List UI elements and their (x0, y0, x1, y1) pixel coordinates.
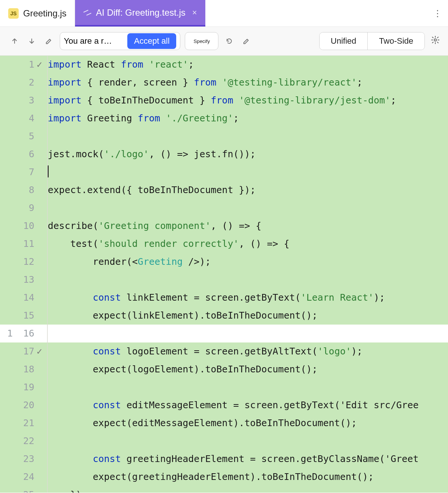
code-line[interactable]: 7 (0, 163, 448, 181)
prev-diff-icon[interactable] (8, 35, 21, 47)
view-mode-segment: Unified Two-Side (319, 32, 425, 50)
code-content (48, 325, 448, 342)
line-tick-icon (37, 163, 47, 181)
code-line[interactable]: 22 (0, 432, 448, 450)
gutter-separator (47, 127, 48, 145)
gutter-new: 25 (16, 486, 37, 493)
edit2-icon[interactable] (240, 35, 253, 47)
line-tick-icon (37, 414, 47, 432)
gutter-separator (47, 271, 48, 289)
close-icon[interactable]: × (192, 9, 197, 17)
gutter-old (0, 271, 16, 289)
unified-button[interactable]: Unified (320, 32, 367, 50)
refresh-icon[interactable] (223, 35, 236, 47)
gutter-separator (47, 342, 48, 360)
code-line[interactable]: 12 render(<Greeting />); (0, 253, 448, 271)
gutter-old (0, 360, 16, 378)
code-line[interactable]: 13 (0, 271, 448, 289)
gutter-old (0, 450, 16, 468)
code-line[interactable]: 23 const greetingHeaderElement = screen.… (0, 450, 448, 468)
code-content: expect(logoElement).toBeInTheDocument(); (48, 360, 448, 378)
code-content: import Greeting from './Greeting'; (48, 109, 448, 127)
line-tick-icon (37, 432, 47, 450)
gutter-separator (47, 307, 48, 325)
code-content: describe('Greeting component', () => { (48, 217, 448, 235)
diff-toolbar: Accept all Specify Unified Two-Side (0, 27, 448, 56)
gutter-old (0, 235, 16, 253)
code-content: render(<Greeting />); (48, 253, 448, 271)
gutter-old (0, 145, 16, 163)
gutter-old (0, 342, 16, 360)
code-line[interactable]: 116 (0, 325, 448, 342)
gutter-new: 23 (16, 450, 37, 468)
gutter-new: 9 (16, 199, 37, 217)
gutter-old (0, 217, 16, 235)
gear-icon[interactable] (431, 35, 440, 47)
code-content (48, 378, 448, 396)
gutter-new: 10 (16, 217, 37, 235)
gutter-separator (47, 145, 48, 163)
gutter-old (0, 468, 16, 486)
code-content: import { toBeInTheDocument } from '@test… (48, 92, 448, 109)
gutter-separator (47, 253, 48, 271)
code-line[interactable]: 10describe('Greeting component', () => { (0, 217, 448, 235)
code-content (48, 163, 448, 181)
gutter-separator (47, 396, 48, 414)
line-tick-icon (37, 289, 47, 307)
gutter-old (0, 56, 16, 74)
code-line[interactable]: 8expect.extend({ toBeInTheDocument }); (0, 181, 448, 199)
prompt-input[interactable] (64, 36, 124, 46)
two-side-button[interactable]: Two-Side (367, 32, 424, 50)
accept-all-button[interactable]: Accept all (127, 33, 176, 49)
code-line[interactable]: 24 expect(greetingHeaderElement).toBeInT… (0, 468, 448, 486)
code-content (48, 199, 448, 217)
code-line[interactable]: 17✓ const logoElement = screen.getByAltT… (0, 342, 448, 360)
gutter-old (0, 127, 16, 145)
gutter-separator (47, 325, 48, 342)
code-content (48, 127, 448, 145)
code-line[interactable]: 11 test('should render correctly', () =>… (0, 235, 448, 253)
more-vert-icon[interactable]: ⋮ (427, 8, 448, 19)
code-content (48, 432, 448, 450)
code-line[interactable]: 6jest.mock('./logo', () => jest.fn()); (0, 145, 448, 163)
line-tick-icon (37, 217, 47, 235)
code-line[interactable]: 14 const linkElement = screen.getByText(… (0, 289, 448, 307)
gutter-new: 15 (16, 307, 37, 325)
line-tick-icon (37, 145, 47, 163)
line-tick-icon (37, 199, 47, 217)
code-line[interactable]: 15 expect(linkElement).toBeInTheDocument… (0, 307, 448, 325)
code-line[interactable]: 2import { render, screen } from '@testin… (0, 74, 448, 92)
edit-icon[interactable] (43, 35, 55, 47)
gutter-new: 13 (16, 271, 37, 289)
diff-editor[interactable]: 1✓import React from 'react';2import { re… (0, 56, 448, 493)
tab-label: Greeting.js (23, 8, 66, 19)
code-line[interactable]: 25 }); (0, 486, 448, 493)
gutter-new: 4 (16, 109, 37, 127)
gutter-old (0, 199, 16, 217)
code-line[interactable]: 19 (0, 378, 448, 396)
code-line[interactable]: 4import Greeting from './Greeting'; (0, 109, 448, 127)
specify-button[interactable]: Specify (185, 32, 218, 50)
gutter-separator (47, 414, 48, 432)
code-line[interactable]: 3import { toBeInTheDocument } from '@tes… (0, 92, 448, 109)
gutter-old (0, 378, 16, 396)
code-content: const editMessageElement = screen.getByT… (48, 396, 448, 414)
code-line[interactable]: 20 const editMessageElement = screen.get… (0, 396, 448, 414)
js-file-icon: JS (8, 8, 19, 19)
tab-greeting-js[interactable]: JS Greeting.js (0, 0, 75, 27)
code-content: const linkElement = screen.getByText('Le… (48, 289, 448, 307)
code-line[interactable]: 5 (0, 127, 448, 145)
code-line[interactable]: 1✓import React from 'react'; (0, 56, 448, 74)
line-tick-icon (37, 360, 47, 378)
next-diff-icon[interactable] (25, 35, 38, 47)
code-line[interactable]: 18 expect(logoElement).toBeInTheDocument… (0, 360, 448, 378)
gutter-separator (47, 217, 48, 235)
gutter-new: 14 (16, 289, 37, 307)
tab-ai-diff[interactable]: AI Diff: Greeting.test.js × (75, 0, 205, 27)
gutter-separator (47, 468, 48, 486)
code-line[interactable]: 9 (0, 199, 448, 217)
line-tick-icon (37, 271, 47, 289)
code-line[interactable]: 21 expect(editMessageElement).toBeInTheD… (0, 414, 448, 432)
gutter-separator (47, 235, 48, 253)
line-tick-icon (37, 450, 47, 468)
